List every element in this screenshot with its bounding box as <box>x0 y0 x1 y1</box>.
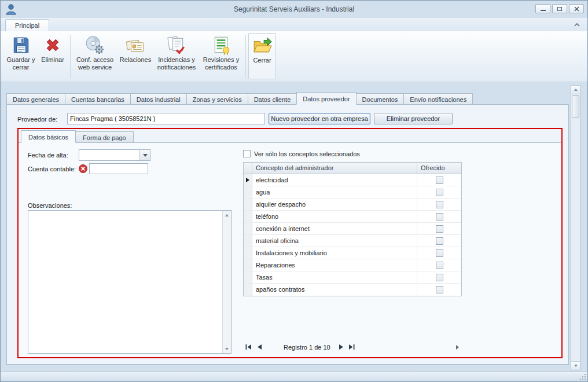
relations-button[interactable]: Relaciones <box>117 33 154 79</box>
maximize-button[interactable] <box>552 4 567 13</box>
minimize-icon <box>541 10 546 11</box>
row-indicator <box>244 174 252 186</box>
offered-checkbox[interactable] <box>436 177 443 184</box>
offered-checkbox[interactable] <box>436 225 443 233</box>
offered-checkbox[interactable] <box>436 249 443 257</box>
tab-documentos[interactable]: Documentos <box>356 93 405 105</box>
cuenta-contable-input[interactable] <box>89 163 148 174</box>
cuenta-contable-label: Cuenta contable: <box>28 166 76 172</box>
provider-input[interactable] <box>67 113 265 124</box>
main-tabstrip: Datos generales Cuentas bancarias Datos … <box>6 92 569 105</box>
row-indicator <box>244 186 252 198</box>
scroll-up-icon[interactable] <box>223 211 230 219</box>
resize-grip[interactable] <box>579 373 586 380</box>
sub-tabstrip: Datos básicos Forma de pago <box>21 130 133 143</box>
incidents-notifications-button[interactable]: Incidencias y notificaciones <box>154 33 199 79</box>
offered-checkbox[interactable] <box>436 201 443 208</box>
close-form-button[interactable]: Cerrar <box>248 33 276 79</box>
tab-datos-generales[interactable]: Datos generales <box>6 93 65 105</box>
offered-checkbox[interactable] <box>436 262 443 269</box>
ribbon-separator <box>70 35 71 78</box>
incidents-notifications-label: Incidencias y notificaciones <box>154 56 199 71</box>
concept-cell: material oficina <box>252 235 417 247</box>
hscroll-right-arrow[interactable] <box>453 343 462 351</box>
column-header-ofrecido[interactable]: Ofrecido <box>417 163 461 174</box>
close-button[interactable] <box>569 4 584 13</box>
grid-header-row: Concepto del administrador Ofrecido <box>244 163 461 174</box>
main-area: Datos generales Cuentas bancarias Datos … <box>1 83 587 372</box>
delete-x-icon <box>43 35 63 55</box>
window-controls <box>535 4 584 13</box>
scroll-down-icon[interactable] <box>223 345 230 352</box>
fecha-alta-combobox[interactable] <box>79 149 150 161</box>
subtab-datos-basicos[interactable]: Datos básicos <box>21 130 76 143</box>
delete-provider-button[interactable]: Eliminar proveedor <box>374 113 453 124</box>
close-icon <box>574 6 579 12</box>
row-indicator <box>244 271 252 283</box>
webservice-config-button[interactable]: Conf. acceso web service <box>73 33 117 79</box>
tab-datos-cliente[interactable]: Datos cliente <box>248 93 297 105</box>
offered-checkbox[interactable] <box>436 286 443 293</box>
table-row[interactable]: alquiler despacho <box>244 199 461 211</box>
concepts-grid: Concepto del administrador Ofrecido elec… <box>243 162 462 296</box>
column-header-concepto[interactable]: Concepto del administrador <box>252 163 417 174</box>
minimize-button[interactable] <box>535 4 550 13</box>
table-row[interactable]: agua <box>244 186 461 199</box>
close-folder-icon <box>252 36 272 56</box>
tab-envio-notificaciones[interactable]: Envío notificaciones <box>403 93 473 105</box>
offered-checkbox[interactable] <box>436 237 443 245</box>
table-row[interactable]: teléfono <box>244 211 461 223</box>
record-status: Registro 1 de 10 <box>284 344 330 351</box>
tab-cuentas-bancarias[interactable]: Cuentas bancarias <box>65 93 131 105</box>
offered-checkbox[interactable] <box>436 213 443 221</box>
arrow-right-icon <box>456 345 459 350</box>
subtab-forma-de-pago[interactable]: Forma de pago <box>75 131 134 143</box>
previous-record-button[interactable] <box>255 343 263 351</box>
next-record-button[interactable] <box>337 343 346 351</box>
attention-highlight-box: Datos básicos Forma de pago Fecha de alt… <box>17 128 563 358</box>
provider-label: Proveedor de: <box>17 116 57 123</box>
tab-zonas-servicios[interactable]: Zonas y servicios <box>186 93 248 105</box>
current-row-arrow-icon <box>246 178 249 182</box>
table-row[interactable]: Reparaciones <box>244 259 461 271</box>
last-record-button[interactable] <box>347 343 356 351</box>
table-row[interactable]: conexión a internet <box>244 223 461 235</box>
ribbon-tab-principal[interactable]: Principal <box>5 19 49 31</box>
scrollbar-down-button[interactable] <box>571 361 580 370</box>
row-indicator <box>244 284 252 296</box>
table-row[interactable]: apaños contratos <box>244 284 461 296</box>
save-and-close-button[interactable]: Guardar y cerrar <box>4 33 38 79</box>
fecha-alta-dropdown-button[interactable] <box>139 150 150 160</box>
tab-datos-proveedor[interactable]: Datos proveedor <box>296 92 356 105</box>
save-icon <box>11 35 31 55</box>
table-row[interactable]: Instalaciones y mobiliario <box>244 247 461 259</box>
maximize-icon <box>557 7 562 11</box>
observaciones-scrollbar[interactable] <box>222 211 231 353</box>
offered-checkbox[interactable] <box>436 189 443 196</box>
row-indicator <box>244 223 252 234</box>
ribbon-collapse-icon[interactable] <box>572 21 582 29</box>
first-record-button[interactable] <box>244 343 253 351</box>
row-indicator <box>244 199 252 210</box>
incidents-docs-check-icon <box>167 35 186 55</box>
tab-datos-industrial[interactable]: Datos industrial <box>130 93 187 105</box>
delete-button[interactable]: Eliminar <box>38 33 68 79</box>
concept-cell: Reparaciones <box>252 259 417 271</box>
ver-solo-seleccionados-label: Ver sólo los conceptos seleccionados <box>254 150 360 157</box>
main-vertical-scrollbar[interactable] <box>571 85 580 370</box>
scrollbar-thumb[interactable] <box>572 95 579 117</box>
table-row[interactable]: material oficina <box>244 235 461 247</box>
certificates-list-icon <box>211 35 231 55</box>
offered-checkbox[interactable] <box>436 274 443 281</box>
concept-cell: alquiler despacho <box>252 199 417 210</box>
ver-solo-seleccionados-checkbox[interactable] <box>243 150 251 157</box>
concept-cell: Tasas <box>252 271 417 283</box>
next-record-icon <box>339 344 344 350</box>
table-row[interactable]: electricidad <box>244 174 461 186</box>
reviews-certificates-button[interactable]: Revisiones y certificados <box>199 33 243 79</box>
table-row[interactable]: Tasas <box>244 271 461 284</box>
observaciones-textarea[interactable] <box>28 210 231 354</box>
new-provider-button[interactable]: Nuevo proveedor en otra empresa <box>269 113 370 124</box>
validation-error-icon <box>79 164 87 173</box>
scrollbar-up-button[interactable] <box>571 86 580 94</box>
